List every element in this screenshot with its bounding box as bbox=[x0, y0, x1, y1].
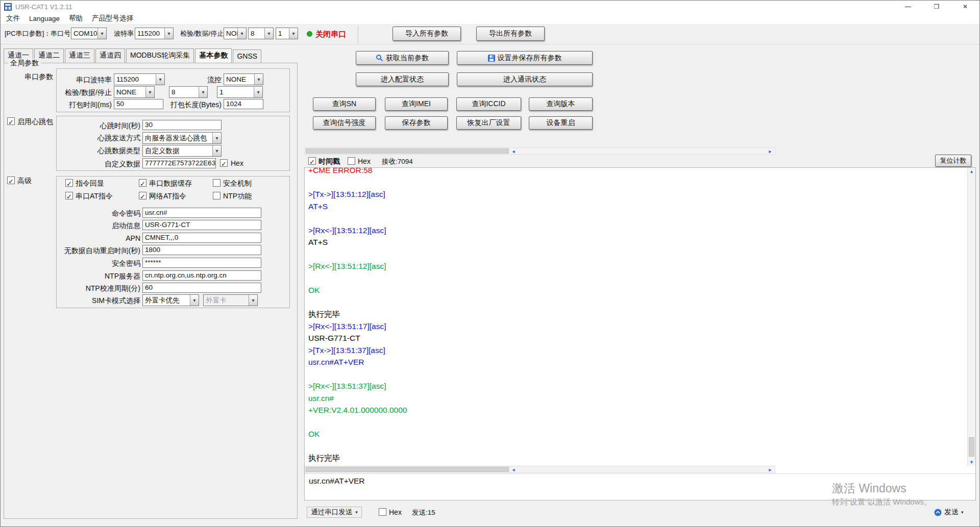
com-port-select[interactable]: COM10 ▾ bbox=[71, 28, 107, 39]
scroll-right-icon[interactable]: ► bbox=[767, 148, 773, 155]
menu-help[interactable]: 帮助 bbox=[64, 14, 87, 23]
save-params-button[interactable]: 保存参数 bbox=[385, 116, 448, 130]
scroll-down-icon[interactable]: ▼ bbox=[968, 459, 975, 466]
pack-time-input[interactable]: 50 bbox=[114, 99, 163, 109]
no-data-restart-input[interactable]: 1800 bbox=[142, 245, 261, 255]
serial-baud-select[interactable]: 115200 ▾ bbox=[114, 73, 165, 85]
network-at-checkbox[interactable]: ✓ bbox=[139, 192, 146, 199]
chevron-down-icon[interactable]: ▾ bbox=[254, 87, 262, 97]
chevron-down-icon[interactable]: ▾ bbox=[97, 28, 106, 39]
boot-info-input[interactable]: USR-G771-CT bbox=[142, 220, 261, 230]
chevron-down-icon[interactable]: ▾ bbox=[190, 295, 199, 306]
enter-config-button[interactable]: 进入配置状态 bbox=[356, 72, 449, 86]
set-save-params-button[interactable]: 设置并保存所有参数 bbox=[457, 51, 593, 65]
hscroll-thumb[interactable] bbox=[306, 148, 509, 154]
tab-basic-params[interactable]: 基本参数 bbox=[195, 48, 232, 63]
export-params-button[interactable]: 导出所有参数 bbox=[476, 27, 545, 41]
security-password-input[interactable]: ****** bbox=[142, 258, 261, 268]
ntp-server-input[interactable]: cn.ntp.org.cn,us.ntp.org.cn bbox=[142, 270, 261, 281]
receive-hex-checkbox[interactable]: ✓ bbox=[348, 157, 355, 165]
import-params-button[interactable]: 导入所有参数 bbox=[393, 27, 461, 41]
chevron-down-icon[interactable]: ▾ bbox=[156, 74, 164, 85]
check-icon: ✓ bbox=[8, 178, 14, 185]
query-version-button[interactable]: 查询版本 bbox=[529, 97, 593, 111]
send-hscrollbar[interactable]: ◄ ► bbox=[305, 466, 775, 473]
serial-databits-select[interactable]: 8 ▾ bbox=[169, 86, 208, 98]
close-button[interactable]: ✕ bbox=[951, 1, 979, 13]
menu-file[interactable]: 文件 bbox=[2, 14, 24, 23]
serial-at-checkbox[interactable]: ✓ bbox=[65, 192, 73, 199]
cmd-password-input[interactable]: usr.cn# bbox=[142, 208, 261, 218]
tab-channel-3[interactable]: 通道三 bbox=[65, 48, 94, 63]
chevron-down-icon[interactable]: ▾ bbox=[264, 28, 273, 39]
receive-hscrollbar[interactable]: ◄ ► bbox=[305, 147, 775, 155]
sim-mode-primary-select[interactable]: 外置卡优先 ▾ bbox=[142, 294, 199, 306]
flow-control-select[interactable]: NONE ▾ bbox=[224, 73, 263, 85]
baud-value: 115200 bbox=[135, 28, 164, 39]
vscroll-thumb[interactable] bbox=[969, 437, 974, 457]
send-hex-checkbox[interactable]: ✓ bbox=[379, 508, 386, 516]
minimize-button[interactable]: — bbox=[894, 1, 922, 13]
security-mechanism-checkbox[interactable]: ✓ bbox=[213, 179, 220, 187]
chevron-down-icon: ▾ bbox=[355, 510, 358, 515]
pack-len-input[interactable]: 1024 bbox=[224, 99, 263, 109]
get-params-button[interactable]: 获取当前参数 bbox=[356, 51, 449, 65]
receive-vscrollbar[interactable]: ▲ ▼ bbox=[967, 168, 975, 466]
chevron-down-icon[interactable]: ▾ bbox=[212, 133, 221, 143]
parity-select[interactable]: NONE ▾ bbox=[224, 28, 247, 39]
close-serial-button[interactable]: 关闭串口 bbox=[315, 29, 346, 39]
serial-parity-select[interactable]: NONE ▾ bbox=[114, 86, 155, 98]
menu-product-model[interactable]: 产品型号选择 bbox=[87, 14, 138, 23]
advanced-enable-checkbox[interactable]: ✓ bbox=[7, 177, 15, 184]
heartbeat-time-input[interactable]: 30 bbox=[142, 120, 222, 130]
databits-select[interactable]: 8 ▾ bbox=[248, 28, 274, 39]
chevron-down-icon[interactable]: ▾ bbox=[237, 28, 246, 39]
serial-cache-label: 串口数据缓存 bbox=[149, 178, 192, 188]
cmd-echo-checkbox[interactable]: ✓ bbox=[65, 179, 73, 187]
chevron-down-icon[interactable]: ▾ bbox=[199, 87, 207, 97]
tab-modbus-polling[interactable]: MODBUS轮询采集 bbox=[126, 48, 194, 63]
tab-channel-4[interactable]: 通道四 bbox=[95, 48, 125, 63]
query-imei-button[interactable]: 查询IMEI bbox=[385, 97, 448, 111]
heartbeat-hex-checkbox[interactable]: ✓ bbox=[220, 159, 228, 167]
receive-log[interactable]: +CME ERROR:58 >[Tx->][13:51:12][asc]AT+S… bbox=[305, 168, 967, 466]
send-button[interactable]: 发送 ▾ bbox=[934, 507, 964, 518]
stopbits-select[interactable]: 1 ▾ bbox=[276, 28, 298, 39]
serial-cache-checkbox[interactable]: ✓ bbox=[139, 179, 146, 187]
maximize-button[interactable]: ❐ bbox=[922, 1, 951, 13]
query-iccid-button[interactable]: 查询ICCID bbox=[456, 97, 521, 111]
send-via-serial-button[interactable]: 通过串口发送 ▾ bbox=[307, 507, 362, 518]
chevron-down-icon[interactable]: ▾ bbox=[164, 28, 173, 39]
chevron-down-icon[interactable]: ▾ bbox=[289, 28, 298, 39]
heartbeat-type-select[interactable]: 自定义数据 ▾ bbox=[142, 145, 222, 157]
heartbeat-type-label: 心跳数据类型 bbox=[38, 145, 140, 156]
custom-data-input[interactable]: 7777772E7573722E636E bbox=[142, 158, 216, 168]
serial-stopbits-select[interactable]: 1 ▾ bbox=[217, 86, 263, 98]
device-restart-button[interactable]: 设备重启 bbox=[529, 116, 593, 130]
chevron-down-icon[interactable]: ▾ bbox=[254, 74, 263, 85]
scroll-left-icon[interactable]: ◄ bbox=[510, 148, 517, 155]
heartbeat-mode-select[interactable]: 向服务器发送心跳包 ▾ bbox=[142, 132, 222, 144]
reset-counter-button[interactable]: 复位计数 bbox=[935, 155, 971, 167]
chevron-down-icon[interactable]: ▾ bbox=[212, 145, 221, 156]
chevron-down-icon[interactable]: ▾ bbox=[145, 87, 154, 97]
ntp-function-checkbox[interactable]: ✓ bbox=[213, 192, 220, 199]
scroll-right-icon[interactable]: ► bbox=[767, 467, 773, 473]
log-line: AT+S bbox=[308, 200, 967, 213]
log-line: >[Rx<-][13:51:17][asc] bbox=[308, 320, 967, 333]
enter-comm-button[interactable]: 进入通讯状态 bbox=[457, 72, 593, 86]
heartbeat-enable-checkbox[interactable]: ✓ bbox=[7, 117, 15, 125]
query-signal-button[interactable]: 查询信号强度 bbox=[313, 116, 376, 130]
baud-select[interactable]: 115200 ▾ bbox=[135, 28, 174, 39]
scroll-up-icon[interactable]: ▲ bbox=[968, 168, 975, 175]
serial-parity-label: 检验/数据/停止 bbox=[46, 87, 112, 97]
menu-language[interactable]: Language bbox=[24, 15, 64, 22]
timestamp-checkbox[interactable]: ✓ bbox=[308, 157, 316, 165]
tab-gnss[interactable]: GNSS bbox=[233, 49, 261, 63]
hscroll-thumb[interactable] bbox=[306, 467, 509, 472]
apn-input[interactable]: CMNET,,,0 bbox=[142, 233, 261, 243]
scroll-left-icon[interactable]: ◄ bbox=[510, 467, 517, 473]
query-sn-button[interactable]: 查询SN bbox=[313, 97, 376, 111]
factory-reset-button[interactable]: 恢复出厂设置 bbox=[456, 116, 521, 130]
ntp-period-input[interactable]: 60 bbox=[142, 283, 261, 293]
